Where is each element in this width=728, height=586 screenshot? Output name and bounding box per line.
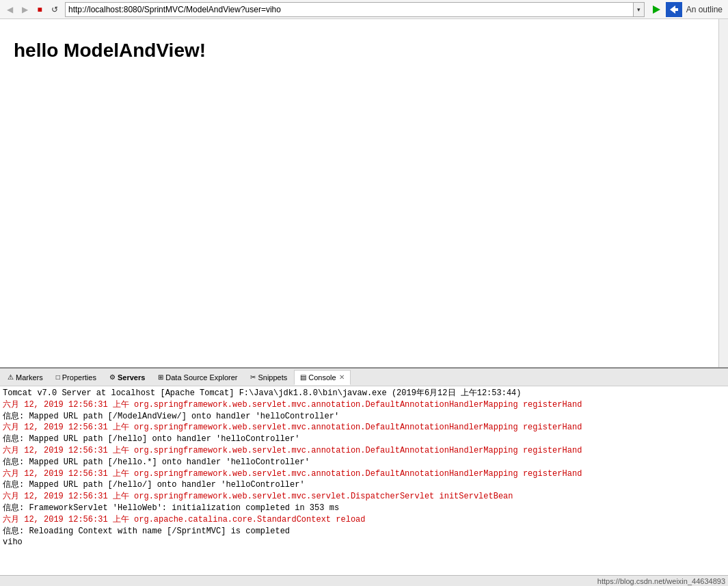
tab-markers[interactable]: ⚠ Markers	[1, 370, 49, 385]
svg-marker-0	[653, 5, 660, 14]
snippets-icon: ✂	[250, 373, 256, 381]
browser-area: hello ModelAndView!	[0, 19, 728, 367]
tab-console[interactable]: ▤ Console ✕	[294, 370, 350, 385]
tab-snippets-label: Snippets	[258, 373, 287, 382]
log-line-12: viho	[3, 537, 725, 548]
tab-datasource-label: Data Source Explorer	[165, 373, 237, 382]
status-url: https://blog.csdn.net/weixin_44634893	[597, 577, 725, 585]
address-bar-container: ▾	[65, 2, 645, 17]
log-line-2: 六月 12, 2019 12:56:31 上午 org.springframew…	[3, 422, 725, 434]
page-content: hello ModelAndView!	[0, 19, 718, 75]
tab-properties[interactable]: □ Properties	[50, 370, 103, 385]
navigate-icon	[669, 4, 679, 15]
console-area[interactable]: Tomcat v7.0 Server at localhost [Apache …	[0, 386, 728, 575]
tab-bar: ⚠ Markers □ Properties ⚙ Servers ⊞ Data …	[0, 369, 728, 386]
tab-servers[interactable]: ⚙ Servers	[103, 370, 151, 385]
page-heading: hello ModelAndView!	[14, 40, 705, 62]
browser-main: hello ModelAndView!	[0, 19, 718, 367]
log-line-4: 六月 12, 2019 12:56:31 上午 org.springframew…	[3, 445, 725, 457]
refresh-button[interactable]: ↺	[48, 3, 62, 16]
tab-console-label: Console	[308, 373, 336, 382]
tab-markers-label: Markers	[16, 373, 43, 382]
forward-button[interactable]: ▶	[18, 3, 31, 16]
tab-snippets[interactable]: ✂ Snippets	[244, 370, 293, 385]
log-line-7: 信息: Mapped URL path [/hello/] onto handl…	[3, 479, 725, 491]
go-button[interactable]	[648, 2, 664, 17]
console-close-button[interactable]: ✕	[339, 373, 345, 381]
browser-scrollbar[interactable]	[718, 19, 728, 367]
properties-icon: □	[56, 373, 60, 381]
browser-toolbar: ◀ ▶ ■ ↺ ▾ An outline	[0, 0, 728, 19]
markers-icon: ⚠	[8, 373, 14, 381]
servers-icon: ⚙	[109, 373, 116, 381]
navigate-stop-button[interactable]	[666, 2, 682, 17]
back-button[interactable]: ◀	[3, 3, 16, 16]
datasource-icon: ⊞	[158, 373, 163, 381]
bottom-panel: ⚠ Markers □ Properties ⚙ Servers ⊞ Data …	[0, 367, 728, 586]
console-icon: ▤	[300, 373, 306, 381]
log-line-8: 六月 12, 2019 12:56:31 上午 org.springframew…	[3, 491, 725, 503]
log-line-9: 信息: FrameworkServlet 'HelloWeb': initial…	[3, 503, 725, 514]
server-info-line: Tomcat v7.0 Server at localhost [Apache …	[3, 388, 725, 399]
log-line-3: 信息: Mapped URL path [/hello] onto handle…	[3, 434, 725, 445]
svg-marker-1	[670, 5, 678, 14]
outline-label: An outline	[684, 5, 725, 14]
log-line-10: 六月 12, 2019 12:56:31 上午 org.apache.catal…	[3, 514, 725, 526]
go-icon	[650, 3, 662, 16]
tab-properties-label: Properties	[62, 373, 96, 382]
tab-datasource[interactable]: ⊞ Data Source Explorer	[152, 370, 243, 385]
status-bar: https://blog.csdn.net/weixin_44634893	[0, 575, 728, 586]
tab-servers-label: Servers	[118, 373, 145, 382]
log-line-6: 六月 12, 2019 12:56:31 上午 org.springframew…	[3, 468, 725, 480]
log-line-1: 信息: Mapped URL path [/ModelAndView/] ont…	[3, 411, 725, 423]
address-input[interactable]	[66, 3, 633, 16]
log-line-11: 信息: Reloading Context with name [/Sprint…	[3, 526, 725, 537]
stop-button[interactable]: ■	[33, 3, 46, 16]
log-line-5: 信息: Mapped URL path [/hello.*] onto hand…	[3, 457, 725, 468]
log-line-0: 六月 12, 2019 12:56:31 上午 org.springframew…	[3, 399, 725, 411]
address-dropdown-button[interactable]: ▾	[633, 3, 644, 16]
